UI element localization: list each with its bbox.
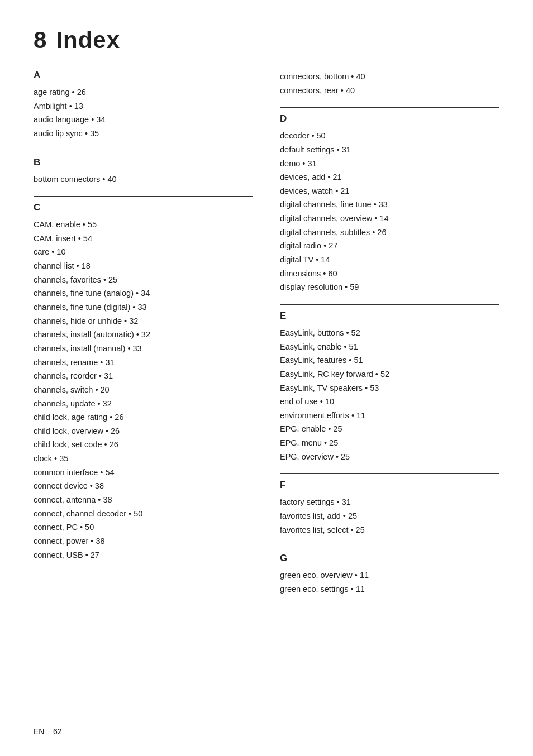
index-entry: channels, favorites • 25 [34,273,253,287]
chapter-number: 8 [34,27,47,53]
section-divider [280,473,499,474]
index-entry: factory settings • 31 [280,495,499,509]
index-entry: dimensions • 60 [280,267,499,281]
index-entry: EasyLink, enable • 51 [280,340,499,354]
index-entry: digital radio • 27 [280,239,499,253]
index-entry: care • 10 [34,245,253,259]
index-entry: bottom connectors • 40 [34,173,253,186]
section-block-B: Bbottom connectors • 40 [34,151,253,186]
index-entry: child lock, overview • 26 [34,424,253,438]
index-entry: age rating • 26 [34,85,253,99]
footer-lang: EN [34,727,44,736]
index-entry: EasyLink, TV speakers • 53 [280,381,499,395]
index-entry: common interface • 54 [34,466,253,480]
index-entry: EasyLink, RC key forward • 52 [280,367,499,381]
index-entry: CAM, enable • 55 [34,218,253,232]
index-entry: connect, USB • 27 [34,548,253,562]
section-block-G: Ggreen eco, overview • 11green eco, sett… [280,547,499,596]
section-divider [34,196,253,197]
index-entry: environment efforts • 11 [280,409,499,423]
index-entry: demo • 31 [280,157,499,171]
chapter-title: Index [56,27,120,53]
index-entry: favorites list, select • 25 [280,523,499,537]
section-letter-G: G [280,553,499,564]
section-block-E: EEasyLink, buttons • 52EasyLink, enable … [280,304,499,463]
left-column: Aage rating • 26Ambilight • 13audio lang… [34,64,253,606]
index-entry: CAM, insert • 54 [34,232,253,246]
section-block-D: Ddecoder • 50default settings • 31demo •… [280,107,499,294]
index-entry: channels, switch • 20 [34,383,253,397]
index-entry: channels, reorder • 31 [34,369,253,383]
section-letter-D: D [280,113,499,125]
section-block-F: Ffactory settings • 31favorites list, ad… [280,473,499,537]
index-entry: digital channels, subtitles • 26 [280,226,499,240]
index-entry: EPG, menu • 25 [280,436,499,450]
section-letter-B: B [34,157,253,168]
index-entry: EasyLink, buttons • 52 [280,326,499,340]
section-letter-C: C [34,202,253,213]
index-entry: display resolution • 59 [280,280,499,294]
section-divider [34,64,253,64]
index-entry: channels, install (automatic) • 32 [34,328,253,342]
index-entry: digital channels, fine tune • 33 [280,198,499,212]
page-title: 8Index [34,27,499,54]
section-letter-A: A [34,70,253,81]
section-block-cont: connectors, bottom • 40connectors, rear … [280,64,499,97]
index-entry: connect, PC • 50 [34,520,253,534]
section-block-C: CCAM, enable • 55CAM, insert • 54care • … [34,196,253,562]
index-entry: child lock, age rating • 26 [34,410,253,424]
index-entry: connect, antenna • 38 [34,493,253,507]
index-entry: channels, fine tune (digital) • 33 [34,300,253,314]
index-entry: clock • 35 [34,452,253,466]
index-entry: channels, update • 32 [34,397,253,411]
index-entry: EPG, enable • 25 [280,422,499,436]
index-entry: connectors, bottom • 40 [280,70,499,84]
index-entry: Ambilight • 13 [34,99,253,113]
index-entry: EPG, overview • 25 [280,450,499,464]
section-divider [34,151,253,151]
index-entry: channel list • 18 [34,259,253,273]
index-entry: connectors, rear • 40 [280,84,499,98]
right-column: connectors, bottom • 40connectors, rear … [280,64,499,606]
section-divider [280,64,499,64]
index-entry: channels, fine tune (analog) • 34 [34,286,253,300]
index-entry: end of use • 10 [280,395,499,409]
index-entry: green eco, settings • 11 [280,582,499,596]
section-divider [280,547,499,547]
index-entry: digital channels, overview • 14 [280,212,499,226]
index-entry: channels, rename • 31 [34,356,253,370]
section-divider [280,304,499,305]
index-entry: devices, watch • 21 [280,184,499,198]
footer-page: 62 [53,727,62,736]
section-letter-E: E [280,310,499,322]
index-entry: decoder • 50 [280,129,499,143]
index-entry: connect, channel decoder • 50 [34,507,253,521]
footer: EN 62 [34,727,62,736]
index-entry: connect device • 38 [34,479,253,493]
index-entry: channels, install (manual) • 33 [34,342,253,356]
index-entry: digital TV • 14 [280,253,499,267]
index-entry: channels, hide or unhide • 32 [34,314,253,328]
index-entry: devices, add • 21 [280,170,499,184]
index-entry: connect, power • 38 [34,534,253,548]
index-entry: child lock, set code • 26 [34,438,253,452]
index-entry: audio language • 34 [34,113,253,127]
index-entry: green eco, overview • 11 [280,568,499,582]
index-entry: audio lip sync • 35 [34,127,253,141]
index-entry: favorites list, add • 25 [280,509,499,523]
index-entry: default settings • 31 [280,143,499,157]
section-block-A: Aage rating • 26Ambilight • 13audio lang… [34,64,253,141]
section-divider [280,107,499,108]
section-letter-F: F [280,480,499,491]
index-entry: EasyLink, features • 51 [280,353,499,367]
